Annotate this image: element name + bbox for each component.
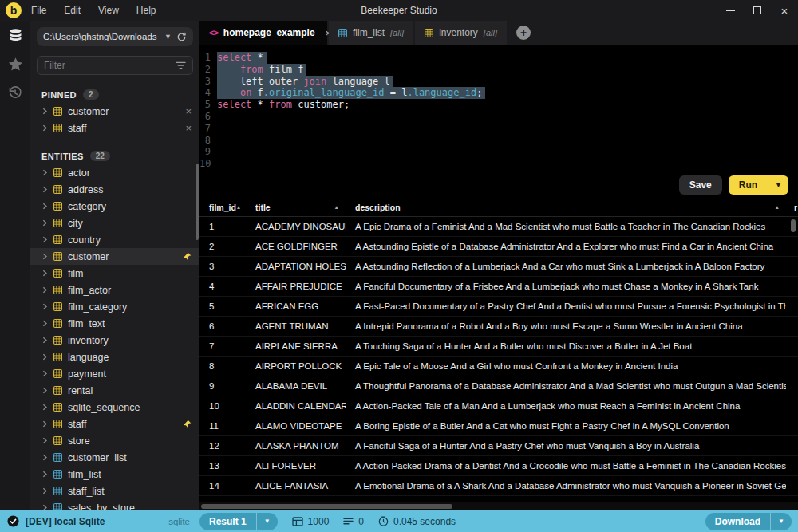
- table-row[interactable]: 10ALADDIN CALENDARA Action-Packed Tale o…: [200, 396, 798, 416]
- entity-filter-input[interactable]: Filter: [37, 56, 193, 75]
- line-number: 9: [200, 146, 217, 158]
- column-header-description[interactable]: description▲: [346, 198, 786, 216]
- table-row[interactable]: 14ALICE FANTASIAA Emotional Drama of a A…: [200, 476, 798, 496]
- maximize-button[interactable]: [744, 0, 771, 21]
- entity-item-customer[interactable]: customer: [30, 248, 200, 265]
- entity-item-film_actor[interactable]: film_actor: [30, 282, 200, 298]
- code-line: 2 from film f: [200, 64, 798, 76]
- table-row[interactable]: 7AIRPLANE SIERRAA Touching Saga of a Hun…: [200, 337, 798, 357]
- result-selector-caret[interactable]: ▼: [256, 513, 278, 530]
- column-header-film_id[interactable]: film_id▲: [200, 198, 246, 216]
- cell-film-id: 7: [200, 341, 246, 351]
- run-options-caret[interactable]: ▼: [768, 175, 788, 195]
- favorites-star-icon[interactable]: [0, 49, 30, 78]
- entity-item-film_list[interactable]: film_list: [30, 466, 200, 483]
- table-row[interactable]: 9ALABAMA DEVILA Thoughtful Panorama of a…: [200, 376, 798, 396]
- sort-icon[interactable]: ▲: [334, 204, 339, 210]
- close-button[interactable]: ×: [771, 0, 798, 21]
- pin-icon[interactable]: [183, 420, 192, 428]
- line-number: 6: [200, 111, 217, 123]
- menu-edit[interactable]: Edit: [64, 5, 81, 16]
- table-row[interactable]: 2ACE GOLDFINGERA Astounding Epistle of a…: [200, 237, 798, 257]
- entity-item-staff[interactable]: staff: [30, 416, 200, 432]
- history-icon[interactable]: [0, 78, 30, 107]
- column-header-partial: r: [786, 198, 798, 216]
- minimize-button[interactable]: [717, 0, 744, 21]
- tab-inventory[interactable]: inventory[all]: [415, 21, 507, 45]
- pinned-item-staff[interactable]: staff×: [30, 120, 200, 136]
- filter-icon[interactable]: [176, 61, 186, 69]
- entity-item-category[interactable]: category: [30, 198, 200, 215]
- line-number: 5: [200, 99, 217, 111]
- table-icon: [53, 286, 62, 294]
- entity-item-address[interactable]: address: [30, 181, 200, 198]
- entity-item-payment[interactable]: payment: [30, 365, 200, 382]
- entity-item-film_category[interactable]: film_category: [30, 298, 200, 315]
- entity-item-actor[interactable]: actor: [30, 164, 200, 181]
- table-icon: [53, 386, 62, 395]
- results-horizontal-scrollbar[interactable]: [201, 504, 452, 509]
- chevron-right-icon: [41, 270, 48, 277]
- table-icon: [53, 219, 62, 227]
- sort-icon[interactable]: ▲: [236, 204, 241, 210]
- entity-item-film[interactable]: film: [30, 265, 200, 282]
- connection-selector[interactable]: C:\Users\ghstng\Downloads ▼: [37, 27, 193, 46]
- query-duration: 0.045 seconds: [378, 516, 456, 527]
- cell-description: A Fanciful Documentary of a Frisbee And …: [346, 282, 786, 291]
- entity-item-label: customer: [68, 251, 109, 262]
- affected-count: 0: [343, 516, 364, 527]
- download-options-caret[interactable]: ▼: [770, 513, 792, 530]
- sql-editor[interactable]: 1select *2 from film f3 left outer join …: [200, 45, 798, 174]
- table-row[interactable]: 8AIRPORT POLLOCKA Epic Tale of a Moose A…: [200, 357, 798, 376]
- unpin-icon[interactable]: ×: [185, 106, 192, 116]
- entity-item-sqlite_sequence[interactable]: sqlite_sequence: [30, 399, 200, 416]
- table-row[interactable]: 5AFRICAN EGGA Fast-Paced Documentary of …: [200, 297, 798, 317]
- database-icon[interactable]: [0, 21, 30, 49]
- table-icon: [53, 185, 62, 194]
- entity-item-inventory[interactable]: inventory: [30, 332, 200, 349]
- table-row[interactable]: 12ALASKA PHANTOMA Fanciful Saga of a Hun…: [200, 436, 798, 456]
- table-row[interactable]: 6AGENT TRUMANA Intrepid Panorama of a Ro…: [200, 317, 798, 337]
- table-icon: [53, 353, 62, 361]
- entity-item-staff_list[interactable]: staff_list: [30, 483, 200, 499]
- table-icon: [53, 124, 62, 132]
- unpin-icon[interactable]: ×: [185, 123, 192, 133]
- table-row[interactable]: 1ACADEMY DINOSAURA Epic Drama of a Femin…: [200, 217, 798, 237]
- connected-check-icon: [7, 515, 19, 527]
- table-row[interactable]: 11ALAMO VIDEOTAPEA Boring Epistle of a B…: [200, 416, 798, 436]
- run-button[interactable]: Run: [729, 175, 768, 195]
- entity-item-city[interactable]: city: [30, 215, 200, 231]
- table-row[interactable]: 13ALI FOREVERA Action-Packed Drama of a …: [200, 456, 798, 476]
- sidebar-scrollbar[interactable]: [196, 164, 199, 240]
- tab-homepage_example[interactable]: <>homepage_example×: [200, 21, 327, 45]
- entity-item-rental[interactable]: rental: [30, 382, 200, 399]
- menu-view[interactable]: View: [98, 5, 119, 16]
- entity-item-label: film_actor: [68, 285, 111, 296]
- pin-icon[interactable]: [183, 252, 192, 261]
- chevron-right-icon: [41, 370, 48, 377]
- table-row[interactable]: 4AFFAIR PREJUDICEA Fanciful Documentary …: [200, 277, 798, 297]
- sort-icon[interactable]: ▲: [775, 204, 780, 210]
- results-vertical-scrollbar[interactable]: [791, 219, 796, 232]
- menu-help[interactable]: Help: [136, 5, 156, 16]
- entity-item-store[interactable]: store: [30, 432, 200, 449]
- save-button[interactable]: Save: [679, 175, 722, 195]
- result-selector-button[interactable]: Result 1: [200, 513, 256, 530]
- entity-item-language[interactable]: language: [30, 349, 200, 365]
- pinned-item-customer[interactable]: customer×: [30, 103, 200, 120]
- code-line-text: on f.original_language_id = l.language_i…: [217, 87, 485, 99]
- refresh-icon[interactable]: [176, 32, 187, 42]
- menu-file[interactable]: File: [31, 5, 46, 16]
- cell-description: A Astounding Reflection of a Lumberjack …: [346, 262, 786, 271]
- entity-item-country[interactable]: country: [30, 231, 200, 248]
- entity-item-customer_list[interactable]: customer_list: [30, 449, 200, 466]
- code-line-text: select *: [217, 52, 267, 64]
- entity-item-label: payment: [68, 368, 106, 380]
- tab-film_list[interactable]: film_list[all]: [329, 21, 413, 45]
- new-tab-button[interactable]: +: [516, 26, 531, 40]
- download-button[interactable]: Download: [705, 513, 770, 530]
- entity-item-sales_by_store[interactable]: sales_by_store: [30, 499, 200, 510]
- column-header-title[interactable]: title▲: [246, 198, 346, 216]
- entity-item-film_text[interactable]: film_text: [30, 315, 200, 332]
- table-row[interactable]: 3ADAPTATION HOLESA Astounding Reflection…: [200, 257, 798, 277]
